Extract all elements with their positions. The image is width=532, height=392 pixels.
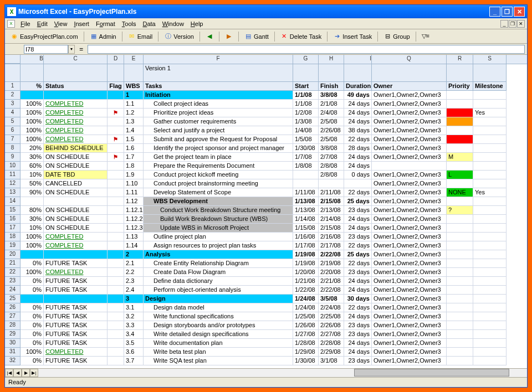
name-box-dropdown[interactable]: ▼ [68,45,75,54]
fx-label: = [79,45,83,53]
status-bar: Ready [5,377,527,387]
sheet-nav-last[interactable]: ▶| [30,369,38,377]
table-row[interactable]: 1390%ON SCHEDULE1.11Develop Statement of… [5,188,527,197]
menu-window[interactable]: Window [159,19,187,28]
table-row[interactable]: 1060%ON SCHEDULE1.8Prepare the Requireme… [5,162,527,171]
admin-button[interactable]: ▦Admin [86,31,120,42]
doc-close-button[interactable]: ✕ [517,20,525,28]
table-row[interactable]: 31100%COMPLETED3.6Write beta test plan1/… [5,348,527,357]
version-button[interactable]: ⓘVersion [161,31,197,42]
menubar: X File Edit View Insert Format Tools Dat… [5,18,527,29]
col-header-h[interactable]: H [319,55,344,64]
table-row[interactable]: 320%FUTURE TASK3.7Write SQA test plan1/3… [5,357,527,365]
minimize-button[interactable]: _ [489,7,500,17]
worksheet: B C D E F G H I Q R S Version 11%StatusF… [5,55,527,368]
menu-help[interactable]: Help [187,19,207,28]
delete-task-button[interactable]: ✕Delete Task [277,31,325,42]
col-header-s[interactable]: S [473,55,507,64]
table-row[interactable]: 270%FUTURE TASK3.2Write functional speci… [5,312,527,321]
forward-button[interactable]: ▶ [222,31,236,42]
col-header-r[interactable]: R [447,55,473,64]
maximize-button[interactable]: ❐ [502,7,513,17]
window-title: Microsoft Excel - EasyProjectPlan.xls [18,8,489,16]
col-header-i[interactable]: I [344,55,372,64]
table-row[interactable]: 7100%COMPLETED⚑1.5Submit and approve the… [5,135,527,144]
table-row[interactable]: 1580%ON SCHEDULE1.12.1Conduct Work Break… [5,206,527,215]
sheet-nav-next[interactable]: ▶ [22,369,30,377]
scroll-thumb[interactable] [354,369,509,376]
table-row[interactable]: 5100%COMPLETED1.3Gather customer require… [5,117,527,126]
table-row[interactable]: 1250%CANCELLED1.10Conduct project brains… [5,179,527,188]
select-all-corner[interactable] [5,55,21,64]
menu-tools[interactable]: Tools [119,19,140,28]
site-button[interactable]: ◉EasyProjectPlan.com [7,31,81,42]
filter-button[interactable]: ▽= [418,31,433,42]
excel-menu-icon[interactable]: X [7,20,15,28]
table-row[interactable]: 3100%COMPLETED1.1Collect project ideas1/… [5,100,527,109]
gantt-button[interactable]: ▤Gantt [241,31,272,42]
email-button[interactable]: ✉Email [125,31,156,42]
table-row[interactable]: 210%FUTURE TASK2.1Create Entity Relation… [5,259,527,268]
app-window: X Microsoft Excel - EasyProjectPlan.xls … [4,4,528,388]
col-header-e[interactable]: E [124,55,144,64]
col-header-g[interactable]: G [293,55,319,64]
menu-data[interactable]: Data [139,19,158,28]
excel-icon: X [7,7,16,16]
titlebar[interactable]: X Microsoft Excel - EasyProjectPlan.xls … [5,5,527,18]
close-button[interactable]: ✕ [514,7,525,17]
col-header-c[interactable]: C [44,55,108,64]
doc-minimize-button[interactable]: _ [500,20,508,28]
table-row[interactable]: 260%FUTURE TASK3.1Design data model1/24/… [5,303,527,312]
formula-bar: ▼ = [5,44,527,55]
horizontal-scrollbar[interactable]: |◀ ◀ ▶ ▶| [5,368,527,377]
back-button[interactable]: ◀ [202,31,217,42]
table-row[interactable]: 930%ON SCHEDULE⚑1.7Get the project team … [5,153,527,162]
menu-view[interactable]: View [51,19,71,28]
menu-file[interactable]: File [17,19,34,28]
table-row[interactable]: 141.12WBS Development1/13/082/15/0825 da… [5,197,527,206]
col-header-q[interactable]: Q [372,55,447,64]
toolbar: ◉EasyProjectPlan.com ▦Admin ✉Email ⓘVers… [5,29,527,44]
status-text: Ready [8,379,26,385]
table-row[interactable]: 290%FUTURE TASK3.4Write detailed design … [5,330,527,339]
group-button[interactable]: ⊟Group [380,31,413,42]
table-row[interactable]: 230%FUTURE TASK2.3Define data dictionary… [5,277,527,286]
sheet-nav-prev[interactable]: ◀ [13,369,22,377]
table-row[interactable]: 240%FUTURE TASK2.4Perform object-oriente… [5,286,527,295]
insert-task-button[interactable]: ➔Insert Task [330,31,375,42]
table-row[interactable]: 1630%ON SCHEDULE1.12.2Build Work Breakdo… [5,215,527,224]
formula-input[interactable] [88,45,525,54]
table-row[interactable]: 280%FUTURE TASK3.3Design storyboards and… [5,321,527,330]
table-row[interactable]: 202Analysis1/19/082/22/0825 daysOwner1,O… [5,250,527,259]
table-row[interactable]: 1110%DATE TBD1.9Conduct project kickoff … [5,171,527,179]
menu-format[interactable]: Format [93,19,119,28]
table-row[interactable]: 22100%COMPLETED2.2Create Data Flow Diagr… [5,268,527,277]
col-header-f[interactable]: F [144,55,293,64]
table-row[interactable]: 300%FUTURE TASK3.5Write documentation pl… [5,339,527,348]
table-row[interactable]: 6100%COMPLETED1.4Select and justify a pr… [5,126,527,135]
table-row[interactable]: 1710%ON SCHEDULE1.12.3Update WBS in Micr… [5,224,527,233]
table-row[interactable]: 18100%COMPLETED1.13Outline project plan1… [5,233,527,241]
scroll-track[interactable] [38,369,527,377]
table-row[interactable]: 253Design1/24/083/5/0830 daysOwner1,Owne… [5,295,527,303]
table-row[interactable]: 21Initiation1/1/083/8/0849 daysOwner1,Ow… [5,91,527,100]
table-row[interactable]: 19100%COMPLETED1.14Assign resources to p… [5,241,527,250]
menu-insert[interactable]: Insert [70,19,93,28]
menu-edit[interactable]: Edit [34,19,51,28]
sheet-nav-first[interactable]: |◀ [5,369,13,377]
table-row[interactable]: 4100%COMPLETED⚑1.2Prioritize project ide… [5,109,527,117]
name-box[interactable] [24,45,68,54]
table-row[interactable]: 820%BEHIND SCHEDULE1.6Identify the proje… [5,144,527,153]
col-header-d[interactable]: D [108,55,124,64]
col-header-b[interactable]: B [21,55,44,64]
column-headers: B C D E F G H I Q R S [5,55,527,64]
doc-restore-button[interactable]: ❐ [509,20,516,28]
grid-body[interactable]: Version 11%StatusFlagWBSTasksStartFinish… [5,64,527,368]
